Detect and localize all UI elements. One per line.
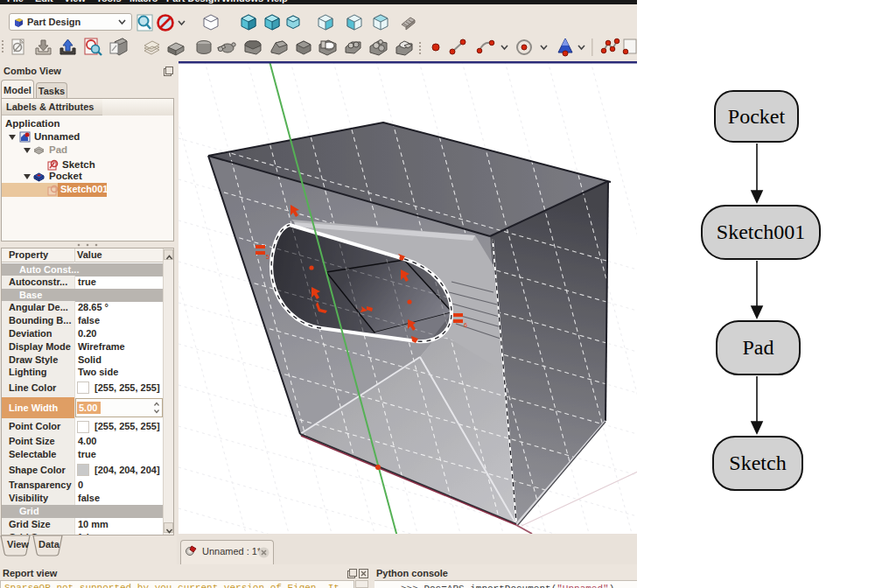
svg-text:5: 5: [266, 254, 270, 260]
svg-text:View: View: [7, 539, 29, 550]
svg-text:Data: Data: [38, 539, 60, 550]
svg-text:6: 6: [464, 322, 467, 328]
